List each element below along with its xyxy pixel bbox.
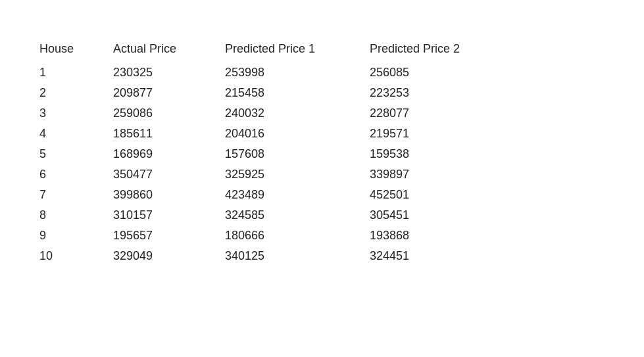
table-header-row: House Actual Price Predicted Price 1 Pre… xyxy=(39,39,501,62)
cell-house: 10 xyxy=(39,246,113,266)
header-predicted-price-1: Predicted Price 1 xyxy=(225,39,370,62)
cell-house: 5 xyxy=(39,144,113,164)
cell-actual-price: 310157 xyxy=(113,205,225,226)
cell-predicted-price-1: 157608 xyxy=(225,144,370,164)
cell-predicted-price-2: 324451 xyxy=(370,246,501,266)
table-row: 8310157324585305451 xyxy=(39,205,501,226)
table-row: 5168969157608159538 xyxy=(39,144,501,164)
header-actual-price: Actual Price xyxy=(113,39,225,62)
cell-actual-price: 350477 xyxy=(113,164,225,185)
cell-predicted-price-1: 204016 xyxy=(225,124,370,144)
cell-house: 6 xyxy=(39,164,113,185)
cell-predicted-price-2: 228077 xyxy=(370,103,501,124)
cell-predicted-price-1: 253998 xyxy=(225,62,370,83)
table-row: 1230325253998256085 xyxy=(39,62,501,83)
cell-predicted-price-1: 240032 xyxy=(225,103,370,124)
cell-actual-price: 259086 xyxy=(113,103,225,124)
cell-predicted-price-1: 215458 xyxy=(225,83,370,103)
cell-actual-price: 209877 xyxy=(113,83,225,103)
table-row: 7399860423489452501 xyxy=(39,185,501,205)
cell-predicted-price-2: 305451 xyxy=(370,205,501,226)
cell-actual-price: 329049 xyxy=(113,246,225,266)
cell-house: 2 xyxy=(39,83,113,103)
cell-predicted-price-1: 324585 xyxy=(225,205,370,226)
cell-predicted-price-2: 223253 xyxy=(370,83,501,103)
price-table: House Actual Price Predicted Price 1 Pre… xyxy=(39,39,501,266)
cell-house: 4 xyxy=(39,124,113,144)
cell-predicted-price-1: 423489 xyxy=(225,185,370,205)
table-row: 6350477325925339897 xyxy=(39,164,501,185)
cell-house: 3 xyxy=(39,103,113,124)
cell-predicted-price-2: 256085 xyxy=(370,62,501,83)
cell-predicted-price-2: 219571 xyxy=(370,124,501,144)
cell-house: 1 xyxy=(39,62,113,83)
cell-house: 7 xyxy=(39,185,113,205)
header-predicted-price-2: Predicted Price 2 xyxy=(370,39,501,62)
cell-predicted-price-2: 193868 xyxy=(370,226,501,246)
cell-predicted-price-1: 180666 xyxy=(225,226,370,246)
table-row: 4185611204016219571 xyxy=(39,124,501,144)
cell-predicted-price-2: 452501 xyxy=(370,185,501,205)
cell-actual-price: 185611 xyxy=(113,124,225,144)
cell-actual-price: 195657 xyxy=(113,226,225,246)
table-row: 2209877215458223253 xyxy=(39,83,501,103)
cell-predicted-price-2: 159538 xyxy=(370,144,501,164)
table-row: 3259086240032228077 xyxy=(39,103,501,124)
cell-house: 8 xyxy=(39,205,113,226)
table-container: House Actual Price Predicted Price 1 Pre… xyxy=(39,39,605,266)
cell-actual-price: 230325 xyxy=(113,62,225,83)
cell-actual-price: 168969 xyxy=(113,144,225,164)
cell-predicted-price-1: 340125 xyxy=(225,246,370,266)
cell-predicted-price-2: 339897 xyxy=(370,164,501,185)
table-row: 10329049340125324451 xyxy=(39,246,501,266)
table-row: 9195657180666193868 xyxy=(39,226,501,246)
cell-actual-price: 399860 xyxy=(113,185,225,205)
header-house: House xyxy=(39,39,113,62)
cell-predicted-price-1: 325925 xyxy=(225,164,370,185)
cell-house: 9 xyxy=(39,226,113,246)
